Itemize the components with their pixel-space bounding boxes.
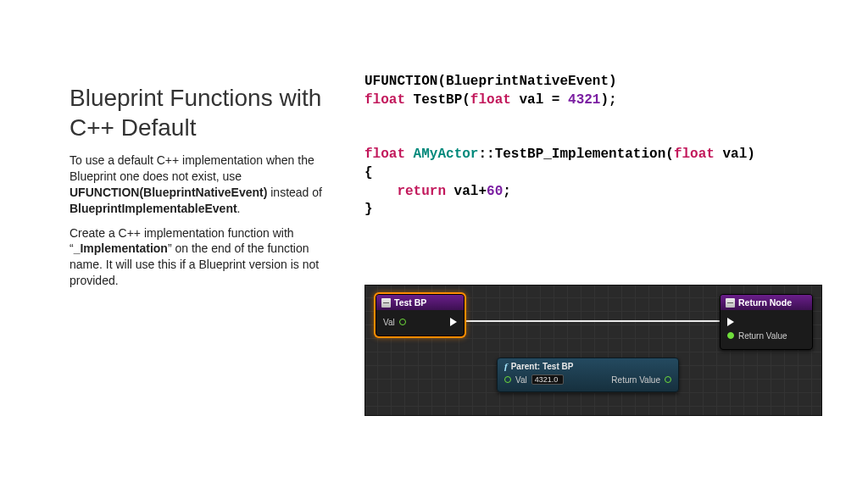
code-text: val) <box>715 147 755 162</box>
float-pin-icon[interactable] <box>727 332 734 339</box>
code-text: ::TestBP_Implementation( <box>478 147 673 162</box>
code-text: ); <box>600 92 616 108</box>
blueprint-graph[interactable]: Test BP Val Return Node <box>364 285 822 416</box>
default-value-input[interactable]: 4321.0 <box>531 374 564 385</box>
return-value-pin[interactable]: Return Value <box>727 329 787 342</box>
code-text: val+ <box>446 184 487 199</box>
compact-header: f Parent: Test BP <box>504 361 671 373</box>
code-line: UFUNCTION(BlueprintNativeEvent) <box>364 74 617 89</box>
text: instead of <box>267 186 322 199</box>
exec-pin-icon[interactable] <box>727 318 734 326</box>
paragraph-1: To use a default C++ implementation when… <box>70 152 332 217</box>
code-text: TestBP( <box>405 92 470 108</box>
float-pin-icon[interactable] <box>504 376 511 383</box>
pin-label: Val <box>515 375 527 385</box>
code-number: 4321 <box>568 92 600 108</box>
function-icon: f <box>504 361 508 371</box>
exec-out-pin[interactable] <box>450 315 457 329</box>
node-body: Val <box>376 310 464 336</box>
node-title: Parent: Test BP <box>511 362 574 371</box>
code-block: UFUNCTION(BlueprintNativeEvent) float Te… <box>364 73 822 219</box>
exec-pin-icon[interactable] <box>450 318 457 326</box>
pin-label: Val <box>383 318 395 327</box>
text: . <box>237 202 241 215</box>
paragraph-2: Create a C++ implementation function wit… <box>70 225 332 290</box>
float-pin-icon[interactable] <box>665 376 671 383</box>
code-number: 60 <box>487 184 503 199</box>
bold-text: BlueprintImplementableEvent <box>70 202 237 215</box>
exec-wire <box>461 320 741 322</box>
val-input-pin[interactable]: Val 4321.0 <box>504 373 564 386</box>
return-value-output-pin[interactable]: Return Value <box>611 373 671 386</box>
bold-text: UFUNCTION(BlueprintNativeEvent) <box>70 186 267 199</box>
code-text: ; <box>503 184 511 199</box>
node-parent-test-bp[interactable]: f Parent: Test BP Val 4321.0 Return Valu… <box>497 358 679 392</box>
event-icon <box>726 298 735 308</box>
code-text: val = <box>511 92 568 108</box>
node-body: Return Value <box>721 310 812 349</box>
node-test-bp[interactable]: Test BP Val <box>376 294 465 336</box>
float-pin-icon[interactable] <box>399 319 406 325</box>
text: To use a default C++ implementation when… <box>70 153 314 183</box>
event-icon <box>381 298 391 308</box>
code-class: AMyActor <box>405 147 478 162</box>
code-keyword: float <box>470 92 511 108</box>
code-keyword: float <box>364 92 405 108</box>
node-title: Test BP <box>394 297 426 308</box>
val-pin-row[interactable]: Val <box>383 315 406 329</box>
code-text: { <box>364 165 373 180</box>
node-title: Return Node <box>738 297 792 308</box>
node-header[interactable]: Return Node <box>721 295 812 310</box>
node-return[interactable]: Return Node Return Value <box>720 294 813 350</box>
bold-text: _Implementation <box>74 241 168 255</box>
code-keyword: float <box>674 147 715 162</box>
node-header[interactable]: Test BP <box>376 295 464 310</box>
exec-in-pin[interactable] <box>727 315 787 329</box>
page-title: Blueprint Functions with C++ Default <box>70 83 332 142</box>
text-column: Blueprint Functions with C++ Default To … <box>70 83 332 297</box>
pin-label: Return Value <box>738 331 787 341</box>
code-text: } <box>364 202 373 217</box>
code-keyword: return <box>364 184 446 199</box>
code-keyword: float <box>364 147 405 162</box>
pin-label: Return Value <box>611 375 660 385</box>
